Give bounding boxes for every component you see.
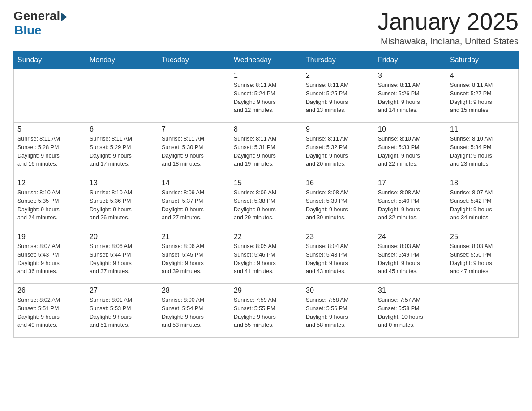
day-number: 20 [90, 233, 154, 241]
day-info: Sunrise: 8:11 AM Sunset: 5:31 PM Dayligh… [234, 135, 298, 168]
calendar-cell: 14Sunrise: 8:09 AM Sunset: 5:37 PM Dayli… [158, 176, 230, 230]
day-info: Sunrise: 8:10 AM Sunset: 5:35 PM Dayligh… [17, 188, 82, 222]
day-number: 2 [306, 72, 370, 80]
calendar-cell: 25Sunrise: 8:03 AM Sunset: 5:50 PM Dayli… [446, 230, 519, 284]
day-info: Sunrise: 8:00 AM Sunset: 5:54 PM Dayligh… [162, 296, 226, 330]
day-number: 23 [306, 233, 370, 241]
day-info: Sunrise: 8:11 AM Sunset: 5:28 PM Dayligh… [17, 135, 82, 168]
calendar-cell: 11Sunrise: 8:10 AM Sunset: 5:34 PM Dayli… [446, 123, 519, 176]
day-info: Sunrise: 8:07 AM Sunset: 5:42 PM Dayligh… [450, 188, 515, 222]
day-info: Sunrise: 8:07 AM Sunset: 5:43 PM Dayligh… [17, 242, 82, 276]
day-number: 19 [17, 233, 82, 241]
calendar-cell: 10Sunrise: 8:10 AM Sunset: 5:33 PM Dayli… [374, 123, 446, 176]
calendar-cell: 7Sunrise: 8:11 AM Sunset: 5:30 PM Daylig… [158, 123, 230, 176]
day-number: 26 [17, 287, 82, 295]
calendar-cell: 22Sunrise: 8:05 AM Sunset: 5:46 PM Dayli… [230, 230, 302, 284]
calendar-week-2: 12Sunrise: 8:10 AM Sunset: 5:35 PM Dayli… [14, 176, 519, 230]
calendar-cell: 28Sunrise: 8:00 AM Sunset: 5:54 PM Dayli… [158, 284, 230, 338]
day-number: 8 [234, 125, 298, 133]
day-number: 4 [450, 72, 515, 80]
calendar-cell [158, 69, 230, 123]
day-info: Sunrise: 8:09 AM Sunset: 5:38 PM Dayligh… [234, 188, 298, 222]
calendar-week-4: 26Sunrise: 8:02 AM Sunset: 5:51 PM Dayli… [14, 284, 519, 338]
logo: General Blue [13, 9, 67, 38]
weekday-header-sunday: Sunday [14, 51, 86, 69]
day-info: Sunrise: 8:03 AM Sunset: 5:50 PM Dayligh… [450, 242, 515, 276]
calendar-cell: 27Sunrise: 8:01 AM Sunset: 5:53 PM Dayli… [86, 284, 158, 338]
calendar-cell: 3Sunrise: 8:11 AM Sunset: 5:26 PM Daylig… [374, 69, 446, 123]
day-number: 31 [378, 287, 442, 295]
day-info: Sunrise: 8:03 AM Sunset: 5:49 PM Dayligh… [378, 242, 442, 276]
calendar-week-3: 19Sunrise: 8:07 AM Sunset: 5:43 PM Dayli… [14, 230, 519, 284]
calendar-cell: 12Sunrise: 8:10 AM Sunset: 5:35 PM Dayli… [14, 176, 86, 230]
day-number: 11 [450, 125, 515, 133]
calendar-cell: 6Sunrise: 8:11 AM Sunset: 5:29 PM Daylig… [86, 123, 158, 176]
day-info: Sunrise: 8:11 AM Sunset: 5:30 PM Dayligh… [162, 135, 226, 168]
day-number: 29 [234, 287, 298, 295]
weekday-header-tuesday: Tuesday [158, 51, 230, 69]
weekday-header-thursday: Thursday [302, 51, 374, 69]
logo-blue-text: Blue [14, 23, 42, 38]
day-info: Sunrise: 8:11 AM Sunset: 5:24 PM Dayligh… [234, 81, 298, 115]
calendar-cell: 1Sunrise: 8:11 AM Sunset: 5:24 PM Daylig… [230, 69, 302, 123]
day-number: 10 [378, 125, 442, 133]
day-number: 1 [234, 72, 298, 80]
day-number: 14 [162, 179, 226, 187]
day-info: Sunrise: 8:04 AM Sunset: 5:48 PM Dayligh… [306, 242, 370, 276]
day-info: Sunrise: 8:11 AM Sunset: 5:29 PM Dayligh… [90, 135, 154, 168]
calendar-cell: 31Sunrise: 7:57 AM Sunset: 5:58 PM Dayli… [374, 284, 446, 338]
day-info: Sunrise: 8:11 AM Sunset: 5:32 PM Dayligh… [306, 135, 370, 168]
calendar-cell: 30Sunrise: 7:58 AM Sunset: 5:56 PM Dayli… [302, 284, 374, 338]
day-number: 30 [306, 287, 370, 295]
weekday-header-friday: Friday [374, 51, 446, 69]
day-number: 24 [378, 233, 442, 241]
calendar-cell: 8Sunrise: 8:11 AM Sunset: 5:31 PM Daylig… [230, 123, 302, 176]
calendar-cell: 26Sunrise: 8:02 AM Sunset: 5:51 PM Dayli… [14, 284, 86, 338]
day-number: 7 [162, 125, 226, 133]
day-number: 5 [17, 125, 82, 133]
calendar-cell: 5Sunrise: 8:11 AM Sunset: 5:28 PM Daylig… [14, 123, 86, 176]
calendar-week-1: 5Sunrise: 8:11 AM Sunset: 5:28 PM Daylig… [14, 123, 519, 176]
calendar-table: SundayMondayTuesdayWednesdayThursdayFrid… [13, 51, 519, 338]
weekday-header-monday: Monday [86, 51, 158, 69]
calendar-cell: 20Sunrise: 8:06 AM Sunset: 5:44 PM Dayli… [86, 230, 158, 284]
calendar-cell: 24Sunrise: 8:03 AM Sunset: 5:49 PM Dayli… [374, 230, 446, 284]
day-number: 13 [90, 179, 154, 187]
day-info: Sunrise: 8:11 AM Sunset: 5:27 PM Dayligh… [450, 81, 515, 115]
day-info: Sunrise: 8:09 AM Sunset: 5:37 PM Dayligh… [162, 188, 226, 222]
day-number: 6 [90, 125, 154, 133]
day-info: Sunrise: 8:10 AM Sunset: 5:36 PM Dayligh… [90, 188, 154, 222]
day-info: Sunrise: 7:58 AM Sunset: 5:56 PM Dayligh… [306, 296, 370, 330]
day-number: 16 [306, 179, 370, 187]
page-header: General Blue January 2025 Mishawaka, Ind… [13, 9, 519, 47]
calendar-cell: 17Sunrise: 8:08 AM Sunset: 5:40 PM Dayli… [374, 176, 446, 230]
calendar-title: January 2025 [378, 9, 519, 34]
weekday-header-wednesday: Wednesday [230, 51, 302, 69]
day-info: Sunrise: 8:11 AM Sunset: 5:25 PM Dayligh… [306, 81, 370, 115]
day-number: 3 [378, 72, 442, 80]
day-info: Sunrise: 7:59 AM Sunset: 5:55 PM Dayligh… [234, 296, 298, 330]
weekday-header-row: SundayMondayTuesdayWednesdayThursdayFrid… [14, 51, 519, 69]
weekday-header-saturday: Saturday [446, 51, 519, 69]
calendar-week-0: 1Sunrise: 8:11 AM Sunset: 5:24 PM Daylig… [14, 69, 519, 123]
day-number: 25 [450, 233, 515, 241]
day-number: 12 [17, 179, 82, 187]
calendar-cell: 19Sunrise: 8:07 AM Sunset: 5:43 PM Dayli… [14, 230, 86, 284]
day-info: Sunrise: 7:57 AM Sunset: 5:58 PM Dayligh… [378, 296, 442, 330]
calendar-cell [446, 284, 519, 338]
calendar-header: SundayMondayTuesdayWednesdayThursdayFrid… [14, 51, 519, 69]
day-info: Sunrise: 8:11 AM Sunset: 5:26 PM Dayligh… [378, 81, 442, 115]
title-section: January 2025 Mishawaka, Indiana, United … [378, 9, 519, 47]
day-info: Sunrise: 8:05 AM Sunset: 5:46 PM Dayligh… [234, 242, 298, 276]
calendar-cell: 23Sunrise: 8:04 AM Sunset: 5:48 PM Dayli… [302, 230, 374, 284]
day-number: 21 [162, 233, 226, 241]
day-info: Sunrise: 8:06 AM Sunset: 5:45 PM Dayligh… [162, 242, 226, 276]
day-info: Sunrise: 8:10 AM Sunset: 5:33 PM Dayligh… [378, 135, 442, 168]
calendar-cell: 21Sunrise: 8:06 AM Sunset: 5:45 PM Dayli… [158, 230, 230, 284]
day-info: Sunrise: 8:08 AM Sunset: 5:39 PM Dayligh… [306, 188, 370, 222]
calendar-cell: 16Sunrise: 8:08 AM Sunset: 5:39 PM Dayli… [302, 176, 374, 230]
day-number: 9 [306, 125, 370, 133]
calendar-cell: 18Sunrise: 8:07 AM Sunset: 5:42 PM Dayli… [446, 176, 519, 230]
calendar-cell: 29Sunrise: 7:59 AM Sunset: 5:55 PM Dayli… [230, 284, 302, 338]
calendar-cell: 4Sunrise: 8:11 AM Sunset: 5:27 PM Daylig… [446, 69, 519, 123]
